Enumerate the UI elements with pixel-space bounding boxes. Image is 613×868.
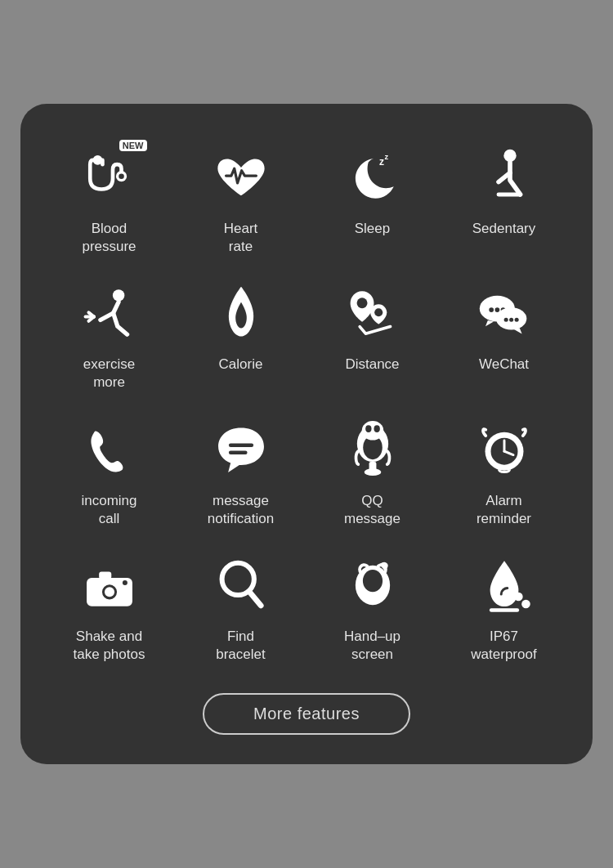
svg-rect-29	[369, 462, 376, 472]
sleep-icon: z z	[340, 145, 405, 210]
handup-icon	[340, 553, 405, 618]
feature-sleep: z z Sleep	[308, 136, 436, 264]
more-features-button[interactable]: More features	[203, 693, 410, 735]
wechat-label: WeChat	[479, 356, 529, 374]
distance-icon	[340, 280, 405, 346]
exercise-label: exercisemore	[83, 356, 135, 391]
svg-point-5	[503, 150, 516, 162]
alarm-label: Alarmreminder	[477, 492, 531, 528]
find-label: Findbracelet	[216, 628, 265, 664]
feature-handup: Hand–upscreen	[308, 544, 436, 672]
message-icon	[208, 417, 274, 482]
svg-point-2	[119, 174, 124, 180]
feature-sedentary: Sedentary	[440, 136, 568, 264]
feature-blood-pressure: NEW Bloodpressure	[45, 136, 173, 264]
svg-text:z: z	[384, 153, 388, 161]
feature-card: NEW Bloodpressure Heartrate	[20, 104, 593, 764]
distance-label: Distance	[345, 356, 399, 374]
feature-distance: Distance	[308, 272, 436, 400]
feature-calorie: Calorie	[177, 272, 305, 400]
waterproof-label: IP67waterproof	[471, 628, 536, 664]
incoming-call-label: incomingcall	[81, 492, 136, 528]
feature-exercise: exercisemore	[45, 272, 173, 400]
feature-message: messagenotification	[177, 409, 305, 536]
feature-heart-rate: Heartrate	[177, 136, 305, 264]
new-badge: NEW	[119, 140, 147, 151]
camera-icon	[77, 553, 142, 618]
svg-point-7	[112, 290, 123, 302]
camera-label: Shake andtake photos	[74, 628, 145, 664]
svg-point-18	[503, 318, 508, 322]
svg-point-38	[122, 580, 127, 585]
heart-rate-icon	[208, 145, 274, 210]
svg-point-26	[365, 425, 371, 432]
features-grid: NEW Bloodpressure Heartrate	[45, 136, 568, 672]
svg-point-25	[361, 421, 383, 441]
svg-text:z: z	[378, 157, 383, 168]
svg-point-19	[509, 318, 513, 322]
feature-waterproof: IP67waterproof	[440, 544, 568, 672]
svg-line-40	[248, 591, 260, 605]
svg-point-44	[514, 592, 523, 601]
svg-point-12	[374, 309, 383, 317]
feature-qq: QQmessage	[308, 409, 436, 536]
svg-point-11	[356, 298, 367, 309]
feature-alarm: Alarmreminder	[440, 409, 568, 536]
sleep-label: Sleep	[355, 220, 390, 238]
feature-wechat: WeChat	[440, 272, 568, 400]
calorie-icon	[208, 280, 274, 346]
qq-icon	[340, 417, 405, 482]
exercise-icon	[77, 280, 142, 346]
svg-point-20	[514, 318, 518, 322]
svg-point-15	[494, 307, 499, 312]
blood-pressure-label: Bloodpressure	[82, 220, 136, 256]
find-icon	[208, 553, 274, 618]
phone-icon	[77, 417, 142, 482]
svg-rect-37	[99, 571, 111, 579]
qq-label: QQmessage	[344, 492, 400, 528]
message-label: messagenotification	[208, 492, 274, 528]
calorie-label: Calorie	[219, 356, 263, 374]
feature-camera: Shake andtake photos	[45, 544, 173, 672]
svg-point-45	[521, 599, 530, 608]
sedentary-icon	[472, 145, 537, 210]
alarm-icon	[472, 417, 537, 482]
svg-point-14	[489, 307, 494, 312]
more-features-section: More features	[45, 693, 568, 735]
feature-find: Findbracelet	[177, 544, 305, 672]
svg-point-42	[362, 570, 382, 592]
stethoscope-icon: NEW	[77, 145, 142, 210]
svg-point-27	[374, 425, 379, 432]
handup-label: Hand–upscreen	[344, 628, 400, 664]
svg-point-36	[104, 587, 114, 597]
heart-rate-label: Heartrate	[224, 220, 258, 256]
feature-incoming-call: incomingcall	[45, 409, 173, 536]
wechat-icon	[472, 280, 537, 346]
sedentary-label: Sedentary	[472, 220, 536, 238]
waterproof-icon	[472, 553, 537, 618]
